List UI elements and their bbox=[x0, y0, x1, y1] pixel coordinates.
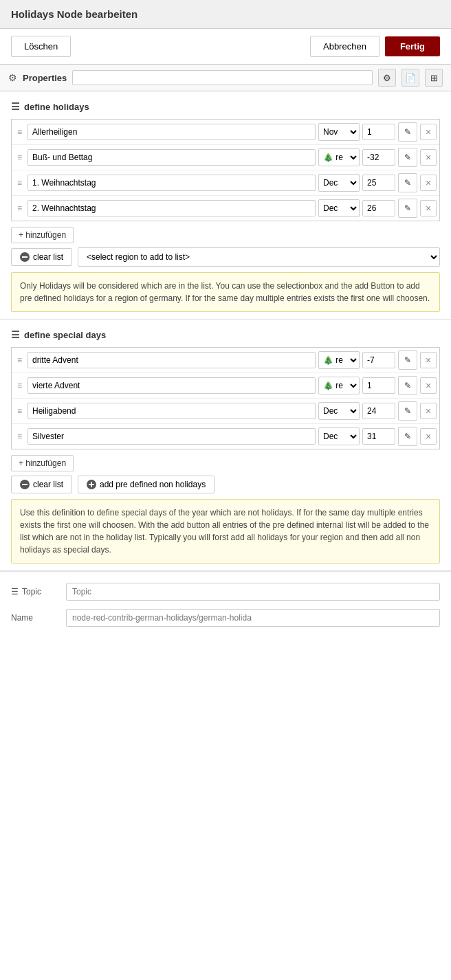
top-buttons-bar: Löschen Abbrechen Fertig bbox=[0, 29, 451, 65]
special-days-info-box: Use this definition to define special da… bbox=[11, 499, 440, 564]
row-edit-button[interactable]: ✎ bbox=[398, 401, 417, 421]
page-title: Holidays Node bearbeiten bbox=[11, 8, 138, 20]
name-label: Name bbox=[11, 613, 59, 623]
row-month-select[interactable]: NovDecJanFeb MarAprMayJun JulAugSepOct bbox=[318, 123, 360, 141]
drag-handle[interactable]: ≡ bbox=[14, 355, 25, 365]
row-month-select[interactable]: DecNov bbox=[318, 174, 360, 192]
holidays-section-title: ☰ define holidays bbox=[11, 101, 440, 112]
row-name-input[interactable] bbox=[28, 124, 316, 140]
row-edit-button[interactable]: ✎ bbox=[398, 173, 417, 192]
page-header: Holidays Node bearbeiten bbox=[0, 0, 451, 29]
special-days-section-title: ☰ define special days bbox=[11, 329, 440, 340]
done-button[interactable]: Fertig bbox=[385, 36, 440, 56]
row-name-input[interactable] bbox=[28, 428, 316, 445]
properties-label: Properties bbox=[23, 73, 67, 83]
properties-text-button[interactable]: 📄 bbox=[402, 69, 419, 87]
special-days-section: ☰ define special days ≡ 🎄 reDecNov ✎ × ≡ bbox=[0, 320, 451, 571]
drag-handle[interactable]: ≡ bbox=[14, 406, 25, 416]
list-icon-topic: ☰ bbox=[11, 587, 19, 597]
footer-fields: ☰ Topic Name bbox=[0, 571, 451, 646]
row-edit-button[interactable]: ✎ bbox=[398, 427, 417, 446]
row-name-input[interactable] bbox=[28, 377, 316, 394]
row-day-input[interactable] bbox=[362, 124, 395, 140]
region-select[interactable]: <select region to add to list> bbox=[78, 247, 440, 267]
add-holiday-button[interactable]: + hinzufügen bbox=[11, 227, 74, 243]
properties-bar: ⚙ Properties ⚙ 📄 ⊞ bbox=[0, 65, 451, 91]
row-day-input[interactable] bbox=[362, 428, 395, 445]
holidays-section: ☰ define holidays ≡ NovDecJanFeb MarAprM… bbox=[0, 91, 451, 320]
name-field-row: Name bbox=[11, 609, 440, 627]
row-month-select[interactable]: 🎄 reDec bbox=[318, 377, 360, 394]
row-name-input[interactable] bbox=[28, 200, 316, 216]
minus-icon bbox=[20, 252, 30, 262]
clear-holidays-button[interactable]: clear list bbox=[11, 248, 72, 266]
table-row: ≡ DecNov ✎ × bbox=[12, 399, 439, 424]
topic-input[interactable] bbox=[66, 583, 440, 601]
row-month-select[interactable]: DecNov bbox=[318, 402, 360, 420]
row-edit-button[interactable]: ✎ bbox=[398, 148, 417, 167]
row-edit-button[interactable]: ✎ bbox=[398, 199, 417, 218]
table-row: ≡ DecNov ✎ × bbox=[12, 170, 439, 196]
row-delete-button[interactable]: × bbox=[420, 200, 437, 216]
row-delete-button[interactable]: × bbox=[420, 377, 437, 394]
table-row: ≡ DecNov ✎ × bbox=[12, 424, 439, 449]
drag-handle[interactable]: ≡ bbox=[14, 153, 25, 162]
drag-handle[interactable]: ≡ bbox=[14, 203, 25, 213]
gear-icon: ⚙ bbox=[8, 72, 17, 83]
row-delete-button[interactable]: × bbox=[420, 428, 437, 445]
add-special-day-button[interactable]: + hinzufügen bbox=[11, 455, 74, 471]
row-name-input[interactable] bbox=[28, 352, 316, 368]
minus-icon bbox=[20, 480, 30, 489]
row-edit-button[interactable]: ✎ bbox=[398, 350, 417, 370]
name-input[interactable] bbox=[66, 609, 440, 627]
row-month-select[interactable]: DecNov bbox=[318, 199, 360, 217]
row-day-input[interactable] bbox=[362, 403, 395, 419]
properties-grid-button[interactable]: ⊞ bbox=[425, 69, 443, 87]
add-predefined-button[interactable]: add pre defined non holidays bbox=[78, 476, 214, 493]
row-delete-button[interactable]: × bbox=[420, 149, 437, 166]
drag-handle[interactable]: ≡ bbox=[14, 127, 25, 137]
plus-icon bbox=[87, 480, 96, 489]
row-day-input[interactable] bbox=[362, 352, 395, 368]
special-days-action-bar: clear list add pre defined non holidays bbox=[11, 476, 440, 493]
row-month-select[interactable]: 🎄 reNovDec bbox=[318, 148, 360, 166]
drag-handle[interactable]: ≡ bbox=[14, 381, 25, 390]
row-name-input[interactable] bbox=[28, 175, 316, 191]
row-day-input[interactable] bbox=[362, 377, 395, 394]
special-days-list: ≡ 🎄 reDecNov ✎ × ≡ 🎄 reDec ✎ × bbox=[11, 347, 440, 449]
row-day-input[interactable] bbox=[362, 149, 395, 166]
row-delete-button[interactable]: × bbox=[420, 352, 437, 368]
list-icon-special: ☰ bbox=[11, 329, 20, 340]
drag-handle[interactable]: ≡ bbox=[14, 432, 25, 441]
main-content: ☰ define holidays ≡ NovDecJanFeb MarAprM… bbox=[0, 91, 451, 646]
table-row: ≡ DecNov ✎ × bbox=[12, 196, 439, 221]
row-delete-button[interactable]: × bbox=[420, 403, 437, 419]
row-edit-button[interactable]: ✎ bbox=[398, 122, 417, 142]
row-day-input[interactable] bbox=[362, 200, 395, 216]
properties-search-input[interactable] bbox=[72, 70, 373, 85]
row-name-input[interactable] bbox=[28, 403, 316, 419]
topic-field-row: ☰ Topic bbox=[11, 583, 440, 601]
holidays-list: ≡ NovDecJanFeb MarAprMayJun JulAugSepOct… bbox=[11, 119, 440, 221]
holidays-action-bar: clear list <select region to add to list… bbox=[11, 247, 440, 267]
drag-handle[interactable]: ≡ bbox=[14, 178, 25, 188]
topic-label: ☰ Topic bbox=[11, 587, 59, 597]
properties-gear-button[interactable]: ⚙ bbox=[378, 69, 396, 87]
table-row: ≡ 🎄 reNovDec ✎ × bbox=[12, 145, 439, 170]
table-row: ≡ 🎄 reDec ✎ × bbox=[12, 373, 439, 399]
row-day-input[interactable] bbox=[362, 175, 395, 191]
table-row: ≡ NovDecJanFeb MarAprMayJun JulAugSepOct… bbox=[12, 120, 439, 145]
holidays-info-box: Only Holidays will be considered which a… bbox=[11, 272, 440, 312]
list-icon-holidays: ☰ bbox=[11, 101, 20, 112]
clear-special-days-button[interactable]: clear list bbox=[11, 476, 72, 493]
row-delete-button[interactable]: × bbox=[420, 175, 437, 191]
row-name-input[interactable] bbox=[28, 149, 316, 166]
row-month-select[interactable]: DecNov bbox=[318, 427, 360, 445]
row-edit-button[interactable]: ✎ bbox=[398, 376, 417, 395]
row-delete-button[interactable]: × bbox=[420, 124, 437, 140]
row-month-select[interactable]: 🎄 reDecNov bbox=[318, 351, 360, 369]
delete-button[interactable]: Löschen bbox=[11, 36, 71, 57]
cancel-button[interactable]: Abbrechen bbox=[310, 36, 380, 57]
table-row: ≡ 🎄 reDecNov ✎ × bbox=[12, 348, 439, 373]
